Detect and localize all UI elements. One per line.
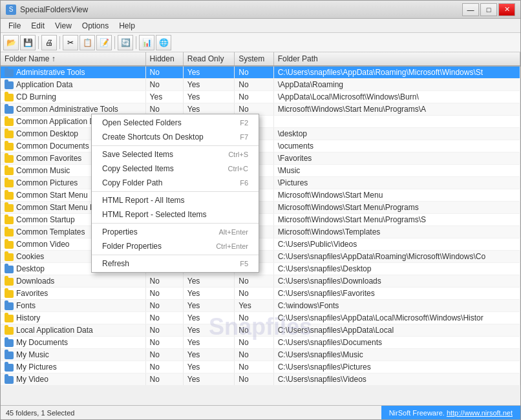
- context-menu-item-7[interactable]: PropertiesAlt+Enter: [92, 225, 259, 239]
- col-hidden[interactable]: Hidden: [145, 52, 183, 66]
- context-menu-item-0[interactable]: Open Selected FoldersF2: [92, 116, 259, 130]
- toolbar-report[interactable]: 📊: [139, 35, 154, 50]
- table-row[interactable]: Administrative ToolsNoYesNoC:\Users\snap…: [1, 66, 520, 79]
- nirsoft-link[interactable]: http://www.nirsoft.net: [447, 409, 513, 417]
- table-row[interactable]: Common Start MenuNoYesNoMicrosoft\Window…: [1, 189, 520, 202]
- context-menu-item-2[interactable]: Save Selected ItemsCtrl+S: [92, 147, 259, 162]
- table-row[interactable]: FontsNoYesYesC:\windows\Fonts: [1, 300, 520, 312]
- status-right-text: NirSoft Freeware.: [389, 409, 445, 417]
- context-menu-item-5[interactable]: HTML Report - All Items: [92, 193, 259, 207]
- cell-readonly: Yes: [183, 349, 234, 361]
- title-bar-left: S SpecialFoldersView: [6, 5, 88, 15]
- toolbar-web[interactable]: 🌐: [156, 35, 171, 50]
- cell-path: \Pictures: [273, 177, 520, 189]
- folder-name-text: Favorites: [16, 289, 48, 298]
- folder-icon: [5, 180, 14, 187]
- table-row[interactable]: Common Application DataNoYesNo: [1, 116, 520, 128]
- folder-name-text: Common Music: [16, 166, 70, 175]
- ctx-item-label: Create Shortcuts On Desktop: [102, 132, 204, 142]
- table-row[interactable]: Common StartupNoYesNoMicrosoft\Windows\S…: [1, 214, 520, 226]
- table-row[interactable]: Common PicturesNoYesNo\Pictures: [1, 177, 520, 189]
- cell-hidden: No: [145, 300, 183, 312]
- menu-file[interactable]: File: [3, 20, 26, 32]
- folder-icon: [5, 302, 14, 310]
- folder-icon: [5, 118, 14, 126]
- table-row[interactable]: My MusicNoYesNoC:\Users\snapfiles\Music: [1, 349, 520, 361]
- toolbar-sep3: [114, 36, 115, 49]
- cell-folder-name: Local Application Data: [1, 324, 145, 337]
- folder-icon: [5, 290, 14, 298]
- cell-readonly: Yes: [183, 300, 234, 312]
- window-title: SpecialFoldersView: [20, 5, 88, 14]
- context-menu-item-3[interactable]: Copy Selected ItemsCtrl+C: [92, 162, 259, 176]
- folder-icon: [5, 94, 14, 101]
- cell-system: No: [235, 349, 273, 361]
- folder-icon: [5, 253, 14, 261]
- table-row[interactable]: CD BurningYesYesNo\AppData\Local\Microso…: [1, 91, 520, 103]
- toolbar-new[interactable]: 📂: [3, 35, 19, 50]
- cell-hidden: No: [145, 312, 183, 324]
- context-menu-item-1[interactable]: Create Shortcuts On DesktopF7: [92, 130, 259, 144]
- table-row[interactable]: Common DesktopNoYesNo\desktop: [1, 128, 520, 140]
- folder-name-text: Common Administrative Tools: [16, 105, 118, 114]
- cell-folder-name: CD Burning: [1, 91, 145, 103]
- menu-edit[interactable]: Edit: [26, 20, 50, 32]
- col-system[interactable]: System: [235, 52, 273, 66]
- toolbar-cut[interactable]: ✂: [63, 35, 78, 50]
- context-menu-item-8[interactable]: Folder PropertiesCtrl+Enter: [92, 239, 259, 253]
- cell-folder-name: My Video: [1, 373, 145, 386]
- table-row[interactable]: CookiesNoYesYesC:\Users\snapfiles\AppDat…: [1, 251, 520, 263]
- col-path[interactable]: Folder Path: [273, 52, 520, 66]
- menu-options[interactable]: Options: [77, 20, 114, 32]
- toolbar-refresh[interactable]: 🔄: [118, 35, 133, 50]
- toolbar-paste[interactable]: 📝: [96, 35, 112, 50]
- table-row[interactable]: Common FavoritesNoYesNo\Favorites: [1, 152, 520, 165]
- ctx-separator: [92, 145, 259, 146]
- menu-help[interactable]: Help: [114, 20, 140, 32]
- table-row[interactable]: HistoryNoYesNoC:\Users\snapfiles\AppData…: [1, 312, 520, 324]
- table-row[interactable]: Common Administrative ToolsNoYesNoMicros…: [1, 103, 520, 116]
- table-row[interactable]: Local Application DataNoYesNoC:\Users\sn…: [1, 324, 520, 337]
- folder-name-text: My Video: [16, 375, 48, 384]
- minimize-button[interactable]: —: [462, 3, 479, 16]
- col-folder-name[interactable]: Folder Name ↑: [1, 52, 145, 66]
- table-row[interactable]: Common DocumentsNoYesNo\ocuments: [1, 140, 520, 152]
- toolbar-print[interactable]: 🖨: [41, 35, 57, 50]
- table-row[interactable]: Common Start Menu ProgramsNoYesNoMicroso…: [1, 202, 520, 214]
- table-row[interactable]: FavoritesNoYesNoC:\Users\snapfiles\Favor…: [1, 288, 520, 300]
- cell-folder-name: Downloads: [1, 275, 145, 288]
- folders-table: Folder Name ↑ Hidden Read Only System Fo…: [1, 52, 520, 386]
- col-readonly[interactable]: Read Only: [183, 52, 234, 66]
- table-row[interactable]: DownloadsNoYesNoC:\Users\snapfiles\Downl…: [1, 275, 520, 288]
- context-menu-item-9[interactable]: RefreshF5: [92, 257, 259, 271]
- table-row[interactable]: Application DataNoYesNo\AppData\Roaming: [1, 79, 520, 91]
- table-row[interactable]: Common TemplatesNoYesNoMicrosoft\Windows…: [1, 226, 520, 238]
- context-menu-item-6[interactable]: HTML Report - Selected Items: [92, 207, 259, 222]
- context-menu-item-4[interactable]: Copy Folder PathF6: [92, 176, 259, 190]
- folder-icon: [5, 192, 14, 200]
- table-row[interactable]: Common MusicNoYesNo\Music: [1, 165, 520, 177]
- cell-readonly: Yes: [183, 361, 234, 373]
- folder-name-text: CD Burning: [16, 92, 56, 101]
- table-row[interactable]: DesktopNoYesNoC:\Users\snapfiles\Desktop: [1, 263, 520, 275]
- table-row[interactable]: My VideoNoYesNoC:\Users\snapfiles\Videos: [1, 373, 520, 386]
- folder-icon: [5, 204, 14, 212]
- toolbar-sep4: [136, 36, 136, 49]
- list-view[interactable]: Folder Name ↑ Hidden Read Only System Fo…: [1, 52, 520, 405]
- cell-system: No: [235, 275, 273, 288]
- cell-system: No: [235, 66, 273, 79]
- table-row[interactable]: My PicturesNoYesNoC:\Users\snapfiles\Pic…: [1, 361, 520, 373]
- maximize-button[interactable]: □: [480, 3, 497, 16]
- ctx-item-shortcut: Ctrl+C: [228, 165, 248, 173]
- folder-name-text: Common Desktop: [16, 129, 78, 138]
- table-row[interactable]: Common VideoNoYesNoC:\Users\Public\Video…: [1, 238, 520, 251]
- cell-path: \ocuments: [273, 140, 520, 152]
- table-row[interactable]: My DocumentsNoYesNoC:\Users\snapfiles\Do…: [1, 337, 520, 349]
- close-button[interactable]: ✕: [498, 3, 515, 16]
- cell-hidden: No: [145, 373, 183, 386]
- toolbar-save[interactable]: 💾: [20, 35, 36, 50]
- toolbar-copy[interactable]: 📋: [80, 35, 95, 50]
- cell-path: C:\Users\snapfiles\AppData\Roaming\Micro…: [273, 66, 520, 79]
- menu-view[interactable]: View: [50, 20, 77, 32]
- folder-name-text: Desktop: [16, 264, 45, 273]
